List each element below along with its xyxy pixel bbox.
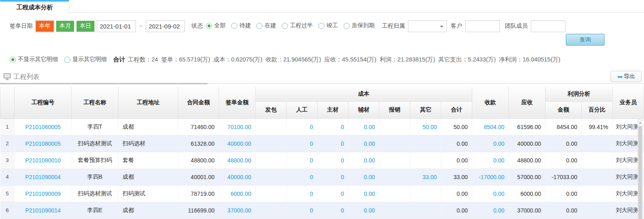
status-option-5[interactable]: 质保到期 — [344, 22, 375, 29]
cell-code[interactable]: P2101080010 — [15, 152, 72, 169]
cell-name: 扫码选材测试 — [72, 185, 118, 202]
detail-option-radio-0[interactable] — [10, 57, 16, 63]
cell-zhucai: 0 — [318, 118, 348, 135]
stat-0: 工程数：24 — [128, 56, 158, 63]
stat-3: 收款：21.904565(万) — [265, 56, 321, 63]
cell-heji: 0.00 — [441, 135, 472, 152]
col-cost-main-material: 主材 — [318, 101, 348, 118]
cell-shoukuan: 0.00 — [472, 202, 509, 219]
cell-baoxiao — [379, 169, 410, 185]
table-row: 2P2101080005扫码选材测试扫码选材61328.0040000.0000… — [0, 135, 644, 152]
cell-signed: 40000.00 — [219, 135, 256, 152]
cell-zhucai: 0 — [318, 202, 348, 219]
cell-baoxiao — [379, 152, 410, 169]
status-option-2[interactable]: 在建 — [256, 22, 276, 29]
cell-profit: 0.00 — [545, 152, 582, 169]
col-cost-outsource: 发包 — [256, 101, 287, 118]
customer-input[interactable] — [465, 20, 500, 32]
cell-signed: 70100.00 — [219, 118, 256, 135]
status-option-label-1: 待建 — [239, 22, 251, 29]
cell-address: 成都 — [118, 202, 178, 219]
status-option-radio-2[interactable] — [256, 23, 263, 29]
team-member-input[interactable] — [531, 20, 565, 32]
status-option-3[interactable]: 工程过半 — [282, 22, 313, 29]
date-from-input[interactable] — [97, 20, 136, 32]
status-option-0[interactable]: 全部 — [206, 22, 226, 29]
customer-label: 客户 — [451, 22, 462, 30]
cell-fucai: 0.00 — [348, 152, 379, 169]
col-received: 收款 — [472, 87, 509, 118]
tab-title: 工程成本分析 — [16, 4, 53, 11]
status-option-1[interactable]: 待建 — [231, 22, 251, 29]
status-option-radio-5[interactable] — [344, 23, 350, 29]
detail-option-0[interactable]: 不显示其它明细 — [10, 56, 58, 63]
status-option-radio-1[interactable] — [231, 23, 237, 29]
detail-option-1[interactable]: 显示其它明细 — [64, 56, 107, 63]
status-option-radio-3[interactable] — [282, 23, 288, 29]
vertical-scrollbar[interactable]: ▲ — [637, 119, 643, 219]
cell-code[interactable]: P2101090004 — [15, 169, 72, 185]
status-option-label-5: 质保到期 — [352, 22, 375, 29]
quick-date-button-2[interactable]: 本日 — [77, 21, 94, 32]
team-member-label: 团队成员 — [505, 22, 528, 30]
col-project-address: 工程地址 — [118, 87, 178, 118]
cell-index: 4 — [0, 169, 15, 185]
cell-code[interactable]: P2101080005 — [15, 135, 72, 152]
query-button[interactable]: 查询 — [566, 34, 605, 46]
col-profit-pct: 百分比 — [582, 101, 613, 118]
cell-fucai: 0.00 — [348, 185, 379, 202]
detail-option-label-1: 显示其它明细 — [72, 56, 107, 63]
export-button[interactable]: ➥ 导出 — [611, 71, 642, 82]
col-cost-labor: 人工 — [287, 101, 318, 118]
col-cost-aux-material: 辅材 — [348, 101, 379, 118]
status-option-radio-4[interactable] — [318, 23, 324, 29]
cell-zhucai: 0 — [318, 169, 348, 185]
cell-index: 2 — [0, 135, 15, 152]
cell-signed: 6000.00 — [219, 185, 256, 202]
quick-date-button-0[interactable]: 本年 — [36, 21, 54, 32]
cell-fabao — [256, 118, 287, 135]
cell-fabao — [256, 152, 287, 169]
cell-yingshou: 6000.00 — [509, 185, 545, 202]
col-cost-reimburse: 报销 — [379, 101, 410, 118]
quick-date-button-1[interactable]: 本月 — [56, 21, 74, 32]
cell-address: 成都 — [118, 118, 178, 135]
col-contract-amount: 合同金额 — [178, 87, 219, 118]
cell-qita — [410, 152, 441, 169]
status-option-4[interactable]: 竣工 — [318, 22, 338, 29]
table-row: 6P2101090014李四E成都116699.0037000.00000.00… — [0, 202, 644, 219]
cell-pct — [582, 202, 613, 219]
status-option-label-3: 工程过半 — [290, 22, 313, 29]
cell-rengong: 0 — [287, 202, 318, 219]
cell-name: 李四E — [72, 202, 118, 219]
status-option-radio-0[interactable] — [206, 23, 212, 29]
project-table: 工程编号 工程名称 工程地址 合同金额 签单金额 成本 收款 应收 利润分析 业… — [0, 87, 644, 219]
cell-contract: 78719.00 — [178, 185, 219, 202]
cell-code[interactable]: P2101090014 — [15, 202, 72, 219]
cell-code[interactable]: P2101090009 — [15, 185, 72, 202]
date-to-input[interactable] — [146, 20, 185, 32]
export-label: 导出 — [624, 73, 635, 80]
cell-address: 套餐 — [118, 152, 178, 169]
scrollbar-thumb[interactable] — [638, 126, 642, 219]
tab-engineering-cost-analysis[interactable]: 工程成本分析 — [0, 0, 69, 13]
scroll-up-icon[interactable]: ▲ — [638, 120, 642, 126]
cell-qita: 33.00 — [410, 169, 441, 185]
cell-heji: 33.00 — [441, 169, 472, 185]
cell-heji: 0.00 — [441, 185, 472, 202]
cell-address: 成都 — [118, 169, 178, 185]
cell-heji: 0.00 — [441, 152, 472, 169]
project-owner-select[interactable] — [408, 20, 447, 32]
status-option-label-0: 全部 — [214, 22, 226, 29]
cell-qita: 50.00 — [410, 118, 441, 135]
cell-pct — [582, 169, 613, 185]
cell-heji: 50.00 — [441, 118, 472, 135]
cell-code[interactable]: P2101060005 — [15, 118, 72, 135]
detail-radio-group: 不显示其它明细显示其它明细 — [10, 56, 113, 63]
cell-yingshou: 37000.00 — [509, 202, 545, 219]
cell-signed: 37000.00 — [219, 202, 256, 219]
cell-rengong: 0 — [287, 185, 318, 202]
detail-option-radio-1[interactable] — [64, 57, 70, 63]
cell-rengong: 0 — [287, 135, 318, 152]
cell-name: 李四T — [72, 118, 118, 135]
